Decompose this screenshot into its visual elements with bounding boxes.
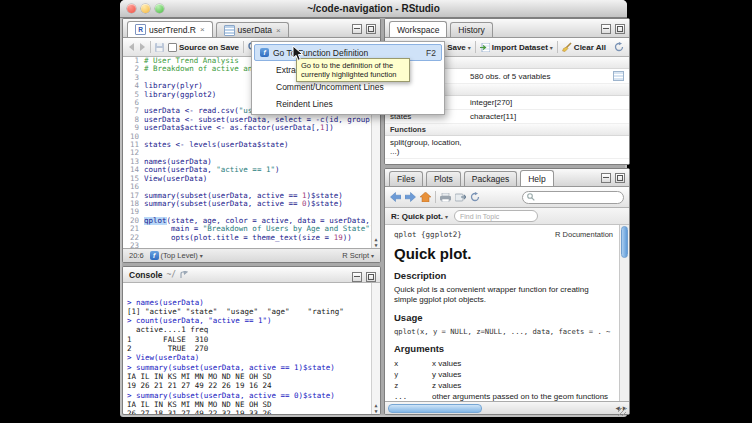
menu-item-reindent-lines[interactable]: Reindent Lines — [254, 95, 442, 112]
source-tab-userdata[interactable]: userData× — [216, 22, 289, 37]
toolbar-separator — [557, 41, 558, 53]
table-icon — [224, 25, 235, 36]
source-on-save-checkbox[interactable]: Source on Save — [168, 43, 239, 52]
help-meta: qplot {ggplot2} R Documentation — [394, 230, 613, 239]
scroll-down-icon[interactable]: ▼ — [374, 242, 377, 248]
console-output[interactable]: > names(userData)[1] "active" "state" "u… — [123, 283, 380, 414]
function-scope-icon: f — [150, 251, 159, 260]
view-data-icon[interactable] — [613, 71, 624, 81]
console-line: 2 TRUE 270 — [127, 344, 376, 353]
dropdown-caret-icon: ▾ — [200, 252, 203, 259]
clear-all-button[interactable]: Clear All — [562, 42, 606, 52]
menu-item-label: Reindent Lines — [276, 99, 333, 109]
source-tabs: RuserTrend.R×userData× — [127, 21, 292, 37]
help-refresh-icon[interactable] — [470, 192, 480, 202]
source-tab-usertrend-r[interactable]: RuserTrend.R× — [127, 21, 213, 37]
console-line: [1] "active" "state" "usage" "age" "rati… — [127, 307, 376, 316]
minimize-pane-button[interactable] — [601, 173, 611, 183]
help-pane-buttons — [601, 173, 625, 183]
console-line: > count(userData, "active == 1") — [127, 316, 376, 325]
object-name: split(group, location, ...) — [390, 138, 470, 156]
tab-label: Files — [397, 174, 415, 184]
argument-description: x values — [432, 358, 461, 369]
maximize-pane-button[interactable] — [615, 173, 625, 183]
console-line: > summary(subset(userData, active == 1)$… — [127, 363, 376, 372]
toolbar-separator — [475, 41, 476, 53]
scroll-down-icon[interactable]: ▼ — [374, 408, 377, 414]
scrollbar-thumb[interactable] — [621, 226, 628, 258]
help-tabs: FilesPlotsPackagesHelp — [389, 170, 557, 186]
workspace-tabbar: WorkspaceHistory — [385, 19, 629, 38]
object-value: 580 obs. of 5 variables — [470, 72, 613, 81]
section-header: Functions — [385, 124, 629, 136]
help-horizontal-scrollbar[interactable]: ◀ ▶ — [385, 401, 629, 414]
close-button[interactable] — [127, 4, 136, 13]
tab-label: History — [458, 25, 484, 35]
help-scrollbar[interactable] — [619, 225, 629, 401]
help-forward-icon[interactable] — [405, 192, 416, 202]
help-topic-id: qplot {ggplot2} — [394, 230, 462, 239]
minimize-pane-button[interactable] — [601, 24, 611, 34]
description-heading: Description — [394, 270, 613, 281]
tab-workspace[interactable]: Workspace — [389, 21, 447, 37]
find-in-topic-input[interactable]: Find in Topic — [454, 210, 538, 222]
argument-description: z values — [432, 380, 461, 391]
open-in-new-window-icon[interactable] — [455, 193, 466, 202]
window-title: ~/code-navigation - RStudio — [307, 3, 440, 14]
tab-files[interactable]: Files — [389, 171, 423, 186]
save-icon[interactable] — [155, 43, 164, 52]
usage-code: qplot(x, y = NULL, z=NULL, ..., data, fa… — [394, 327, 613, 336]
tab-label: Workspace — [397, 25, 439, 35]
import-dataset-button[interactable]: Import Dataset ▾ — [480, 43, 553, 52]
help-content: qplot {ggplot2} R Documentation Quick pl… — [385, 225, 629, 401]
back-icon[interactable] — [128, 43, 135, 51]
refresh-icon[interactable] — [614, 42, 624, 52]
help-search-input[interactable] — [522, 191, 624, 204]
help-home-icon[interactable] — [420, 192, 431, 202]
clear-all-label: Clear All — [574, 43, 606, 52]
dropdown-caret-icon: ▾ — [371, 252, 374, 259]
maximize-pane-button[interactable] — [366, 272, 376, 282]
workspace-row[interactable]: split(group, location, ...) — [385, 136, 629, 159]
argument-description: y values — [432, 369, 461, 380]
console-scrollbar[interactable]: ▲ ▼ — [371, 283, 380, 414]
arguments-heading: Arguments — [394, 343, 613, 354]
help-back-icon[interactable] — [390, 192, 401, 202]
code-line: 15View(userData) — [123, 175, 380, 183]
maximize-pane-button[interactable] — [615, 24, 625, 34]
tab-help[interactable]: Help — [520, 170, 553, 186]
console-pane-buttons — [352, 272, 376, 282]
help-pane: FilesPlotsPackagesHelp — [384, 168, 630, 415]
close-tab-icon[interactable]: × — [200, 25, 205, 34]
argument-row: ...other arguments passed on to the geom… — [394, 391, 613, 401]
dropdown-caret-icon: ▾ — [445, 213, 448, 220]
minimize-button[interactable] — [141, 4, 150, 13]
console-line: > names(userData) — [127, 298, 376, 307]
dropdown-caret-icon: ▾ — [550, 44, 553, 51]
console-title: Console — [129, 270, 163, 280]
maximize-pane-button[interactable] — [366, 24, 376, 34]
print-icon[interactable] — [440, 193, 451, 202]
tab-label: userData — [238, 25, 273, 35]
tab-packages[interactable]: Packages — [464, 171, 517, 186]
goto-directory-icon[interactable] — [180, 271, 189, 279]
import-dataset-label: Import Dataset — [492, 43, 548, 52]
console-line: IA IL IN KS MI MN MO ND NE OH SD — [127, 400, 376, 409]
minimize-pane-button[interactable] — [352, 272, 362, 282]
zoom-button[interactable] — [155, 4, 164, 13]
argument-name: z — [394, 380, 432, 391]
tab-plots[interactable]: Plots — [426, 171, 461, 186]
toolbar-separator — [150, 41, 151, 53]
window-resize-grip[interactable] — [618, 408, 626, 416]
help-title: Quick plot. — [394, 245, 613, 262]
scope-selector[interactable]: f (Top Level) ▾ — [150, 251, 203, 260]
close-tab-icon[interactable]: × — [276, 26, 281, 35]
topic-selector[interactable]: R: Quick plot. ▾ — [391, 212, 448, 221]
working-directory: ~/ — [167, 270, 177, 279]
forward-icon[interactable] — [139, 43, 146, 51]
file-type-selector[interactable]: R Script ▾ — [342, 251, 374, 260]
titlebar: ~/code-navigation - RStudio — [120, 0, 627, 18]
scrollbar-thumb[interactable] — [388, 404, 482, 413]
minimize-pane-button[interactable] — [352, 24, 362, 34]
tab-history[interactable]: History — [450, 22, 492, 37]
